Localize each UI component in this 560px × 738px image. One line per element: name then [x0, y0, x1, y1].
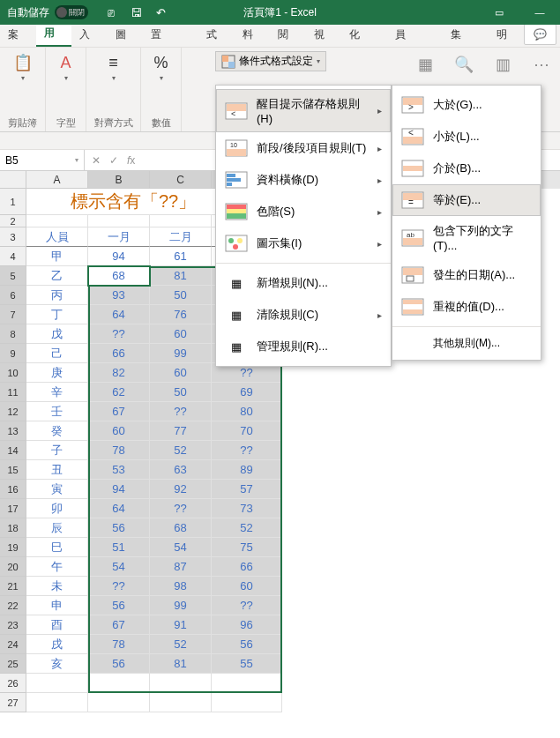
col-header-c[interactable]: C: [150, 171, 212, 189]
cell[interactable]: 92: [150, 480, 212, 499]
cell[interactable]: 未: [26, 577, 88, 596]
row-header[interactable]: 14: [0, 441, 26, 460]
undo-icon[interactable]: ↶: [153, 5, 168, 19]
number-button[interactable]: % ▾: [148, 51, 175, 84]
cell[interactable]: 壬: [26, 402, 88, 421]
cell[interactable]: 52: [212, 518, 282, 538]
col-header-a[interactable]: A: [26, 171, 88, 189]
row-header[interactable]: 18: [0, 518, 26, 538]
cell[interactable]: 52: [150, 635, 212, 654]
menu-top-bottom[interactable]: 10 前段/後段項目規則(T) ▸: [216, 132, 391, 164]
cell[interactable]: 50: [150, 286, 212, 305]
cell[interactable]: 亥: [26, 654, 88, 674]
align-button[interactable]: ≡ ▾: [101, 51, 127, 84]
cell[interactable]: 二月: [150, 227, 212, 247]
cell[interactable]: 一月: [88, 227, 150, 247]
row-header[interactable]: 27: [0, 693, 26, 712]
cell[interactable]: 60: [150, 324, 212, 344]
row-header[interactable]: 7: [0, 305, 26, 324]
row-header[interactable]: 4: [0, 247, 26, 266]
format-table-button[interactable]: ▦: [412, 53, 438, 76]
menu-color-scales[interactable]: 色階(S) ▸: [216, 196, 391, 227]
cell[interactable]: 午: [26, 557, 88, 577]
cell[interactable]: 69: [212, 383, 282, 402]
menu-manage-rules[interactable]: ▦ 管理規則(R)...: [216, 331, 391, 362]
cell[interactable]: 巳: [26, 538, 88, 557]
row-header[interactable]: 1: [0, 189, 26, 215]
cell[interactable]: 78: [88, 441, 150, 460]
cell[interactable]: 丁: [26, 305, 88, 324]
row-header[interactable]: 15: [0, 460, 26, 480]
cell[interactable]: 91: [150, 615, 212, 635]
autosave-toggle[interactable]: 自動儲存 關閉: [7, 5, 88, 20]
cell[interactable]: 戌: [26, 635, 88, 654]
menu-less-than[interactable]: < 小於(L)...: [392, 121, 541, 153]
cell[interactable]: 81: [150, 266, 212, 286]
cell[interactable]: ??: [212, 596, 282, 615]
cell[interactable]: ??: [88, 324, 150, 344]
cell[interactable]: [88, 215, 150, 227]
row-header[interactable]: 3: [0, 227, 26, 247]
cell[interactable]: 54: [150, 538, 212, 557]
cell[interactable]: 67: [88, 402, 150, 421]
row-header[interactable]: 6: [0, 286, 26, 305]
menu-icon-sets[interactable]: 圖示集(I) ▸: [216, 227, 391, 259]
cell[interactable]: 53: [88, 460, 150, 480]
row-header[interactable]: 26: [0, 674, 26, 693]
cell[interactable]: 68: [88, 266, 150, 286]
cell[interactable]: 己: [26, 344, 88, 363]
cell[interactable]: 64: [88, 499, 150, 518]
cell[interactable]: 77: [150, 421, 212, 441]
cell[interactable]: 戊: [26, 324, 88, 344]
cell[interactable]: 50: [150, 383, 212, 402]
cell[interactable]: 56: [212, 635, 282, 654]
row-header[interactable]: 12: [0, 402, 26, 421]
cell[interactable]: 56: [88, 654, 150, 674]
row-header[interactable]: 23: [0, 615, 26, 635]
menu-clear-rules[interactable]: ▦ 清除規則(C) ▸: [216, 299, 391, 331]
row-header[interactable]: 17: [0, 499, 26, 518]
cell[interactable]: 乙: [26, 266, 88, 286]
cell[interactable]: 68: [150, 518, 212, 538]
name-box[interactable]: B5 ▾: [0, 150, 85, 170]
cell[interactable]: 人員: [26, 227, 88, 247]
cell[interactable]: 94: [88, 480, 150, 499]
camera-icon[interactable]: ⎚: [104, 5, 118, 19]
more-button[interactable]: ⋯: [528, 53, 555, 76]
cell[interactable]: 甲: [26, 247, 88, 266]
cell[interactable]: 66: [212, 557, 282, 577]
cell[interactable]: 63: [150, 460, 212, 480]
cell[interactable]: 93: [88, 286, 150, 305]
row-header[interactable]: 8: [0, 324, 26, 344]
cell[interactable]: 54: [88, 557, 150, 577]
toggle-switch[interactable]: 關閉: [55, 5, 88, 19]
cell[interactable]: 70: [212, 421, 282, 441]
cell[interactable]: 96: [212, 615, 282, 635]
menu-equal-to[interactable]: = 等於(E)...: [392, 184, 541, 216]
cell[interactable]: [26, 215, 88, 227]
cell[interactable]: [212, 693, 282, 712]
cell[interactable]: 99: [150, 344, 212, 363]
cell[interactable]: 卯: [26, 499, 88, 518]
cell[interactable]: ??: [150, 402, 212, 421]
menu-date-occurring[interactable]: 發生的日期(A)...: [392, 259, 541, 291]
cancel-icon[interactable]: ✕: [92, 154, 101, 167]
cell[interactable]: [88, 674, 150, 693]
save-icon[interactable]: 🖫: [129, 5, 143, 19]
cell[interactable]: 87: [150, 557, 212, 577]
select-all-corner[interactable]: [0, 171, 26, 189]
cell[interactable]: 75: [212, 538, 282, 557]
cell[interactable]: ??: [150, 499, 212, 518]
menu-highlight-cells[interactable]: < 醒目提示儲存格規則(H) ▸: [216, 89, 391, 132]
row-header[interactable]: 22: [0, 596, 26, 615]
fx-icon[interactable]: fx: [127, 154, 135, 167]
cell[interactable]: 94: [88, 247, 150, 266]
menu-between[interactable]: 介於(B)...: [392, 153, 541, 184]
cell[interactable]: 78: [88, 635, 150, 654]
cell[interactable]: [26, 674, 88, 693]
paste-button[interactable]: 📋 ▾: [10, 51, 36, 84]
cell[interactable]: 庚: [26, 363, 88, 383]
cell[interactable]: 丙: [26, 286, 88, 305]
enter-icon[interactable]: ✓: [109, 154, 118, 167]
cell[interactable]: 申: [26, 596, 88, 615]
